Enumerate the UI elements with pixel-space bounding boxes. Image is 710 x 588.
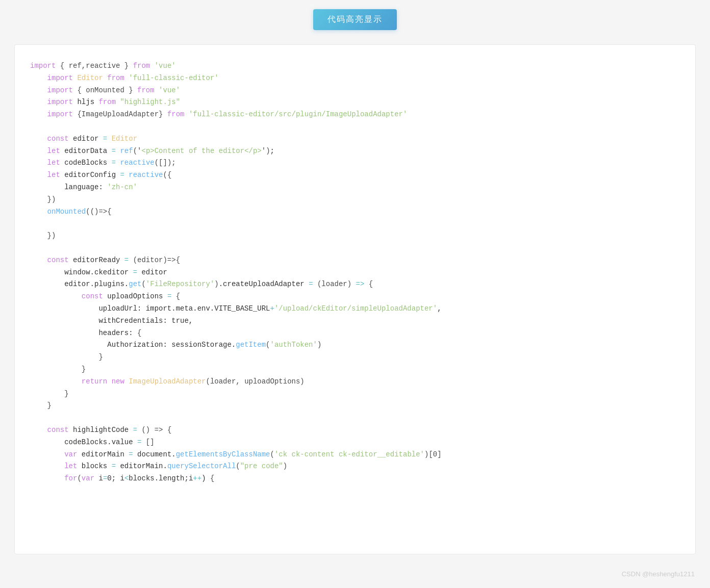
highlight-button[interactable]: 代码高亮显示	[313, 9, 397, 30]
code-block: import { ref,reactive } from 'vue' impor…	[30, 60, 680, 485]
code-container: import { ref,reactive } from 'vue' impor…	[14, 44, 696, 554]
top-bar: 代码高亮显示	[0, 0, 710, 39]
watermark: CSDN @heshengfu1211	[622, 570, 695, 578]
